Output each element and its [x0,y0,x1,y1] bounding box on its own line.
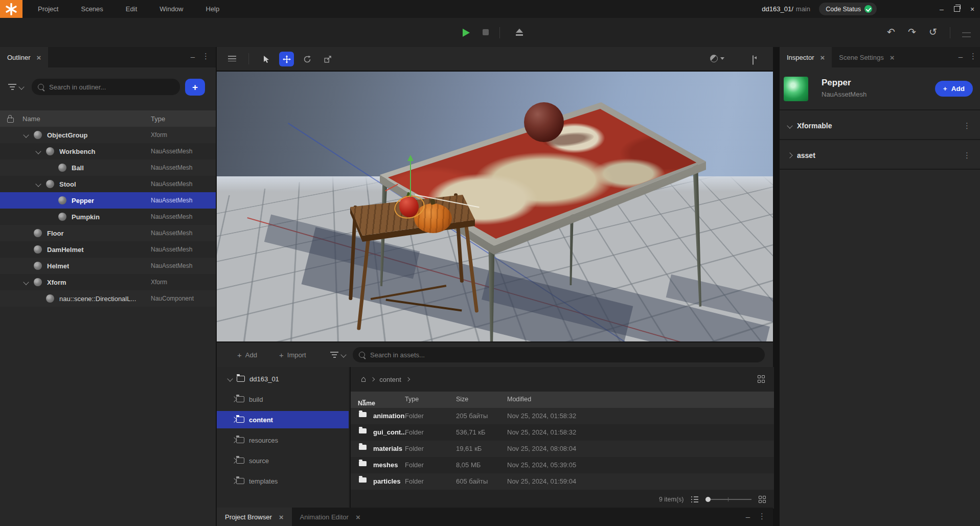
section-menu-button[interactable]: ⋮ [963,121,971,130]
slider-knob[interactable] [705,497,711,502]
panel-menu-button[interactable]: ⋮ [969,52,977,61]
tab-outliner[interactable]: Outliner × [0,47,48,67]
add-asset-button[interactable]: + Add [237,342,257,367]
ball-3d[interactable] [524,102,564,142]
grid-view-toggle[interactable] [758,375,765,383]
panel-minimize-button[interactable]: – [191,52,195,61]
close-icon[interactable]: × [820,53,825,62]
panel-menu-button[interactable]: ⋮ [758,512,766,521]
header-type[interactable]: Type [405,396,419,403]
select-tool-button[interactable] [259,52,274,66]
close-icon[interactable]: × [279,513,284,521]
outliner-filter-button[interactable] [8,84,24,90]
tree-row-floor[interactable]: Floor NauAssetMesh [0,225,216,241]
section-xformable[interactable]: Xformable ⋮ [780,113,980,138]
home-icon[interactable]: ⌂ [361,374,366,384]
table-row-animation[interactable]: animation Folder 205 байты Nov 25, 2024,… [351,408,774,424]
outliner-search-input[interactable] [48,83,180,92]
menu-edit[interactable]: Edit [126,5,137,13]
thumbnail-size-slider[interactable] [705,496,751,502]
move-tool-button[interactable] [279,52,294,66]
close-icon[interactable]: × [37,53,41,62]
status-check-icon [864,5,872,13]
viewport-menu-icon[interactable] [228,56,236,61]
tree-row-ball[interactable]: Ball NauAssetMesh [0,159,216,176]
chevron-down-icon[interactable] [227,376,233,381]
chevron-down-icon[interactable] [23,279,29,285]
tree-row-directionallight[interactable]: nau::scene::DirectionalL... NauComponent [0,290,216,307]
tree-row-damhelmet[interactable]: DamHelmet NauAssetMesh [0,241,216,258]
tab-scene-settings[interactable]: Scene Settings × [832,47,901,67]
stop-button[interactable] [483,29,489,35]
table-row-materials[interactable]: materials Folder 19,61 кБ Nov 25, 2024, … [351,441,774,457]
history-button[interactable]: ↺ [926,26,940,39]
tree-item-root[interactable]: dd163_01 [217,370,349,387]
eject-button[interactable] [515,28,523,36]
tree-row-helmet[interactable]: Helmet NauAssetMesh [0,258,216,274]
grid-view-icon[interactable] [759,496,766,504]
tree-row-stool[interactable]: Stool NauAssetMesh [0,176,216,192]
chevron-down-icon[interactable] [35,181,41,187]
panel-minimize-button[interactable]: – [959,52,963,61]
mesh-icon [58,164,66,172]
folder-icon [359,412,367,417]
add-component-button[interactable]: + Add [935,81,973,97]
viewport-canvas[interactable] [217,71,773,342]
panel-menu-button[interactable]: ⋮ [202,52,210,61]
tree-item-source[interactable]: source [217,452,349,469]
chevron-down-icon[interactable] [23,132,29,138]
close-icon[interactable]: × [356,513,360,521]
menu-help[interactable]: Help [206,5,220,13]
chevron-right-icon[interactable] [787,152,792,158]
breadcrumb-folder[interactable]: content [379,376,401,383]
header-size[interactable]: Size [456,396,468,403]
panel-minimize-button[interactable]: – [746,512,750,521]
tree-item-build[interactable]: build [217,391,349,408]
section-asset[interactable]: asset ⋮ [780,143,980,168]
add-object-button[interactable]: + [185,79,205,96]
minimize-button[interactable]: – [934,0,949,18]
view-mode-button[interactable] [710,55,724,62]
tree-row-workbench[interactable]: Workbench NauAssetMesh [0,143,216,159]
rotate-tool-button[interactable] [300,52,314,66]
menu-project[interactable]: Project [38,5,58,13]
outliner-search[interactable] [32,79,180,95]
tree-item-templates[interactable]: templates [217,472,349,490]
redo-button[interactable]: ↷ [905,26,919,39]
tab-inspector[interactable]: Inspector × [780,47,832,67]
gizmo-y-axis[interactable] [410,161,411,197]
scale-tool-button[interactable] [321,52,335,66]
tree-item-resources[interactable]: resources [217,431,349,449]
menu-window[interactable]: Window [159,5,183,13]
table-row-gui-content[interactable]: gui_cont... Folder 536,71 кБ Nov 25, 202… [351,424,774,441]
header-modified[interactable]: Modified [507,396,531,403]
play-button[interactable] [463,29,470,37]
menu-scenes[interactable]: Scenes [81,5,103,13]
assets-search-input[interactable] [369,351,765,359]
tree-row-xform[interactable]: Xform Xform [0,274,216,290]
app-logo-icon[interactable] [0,0,22,18]
chevron-down-icon[interactable] [35,148,41,154]
list-view-icon[interactable] [691,496,698,502]
table-row-meshes[interactable]: meshes Folder 8,05 МБ Nov 25, 2024, 05:3… [351,457,774,473]
tree-row-objectgroup[interactable]: ObjectGroup Xform [0,127,216,143]
section-menu-button[interactable]: ⋮ [963,151,971,160]
table-row-particles[interactable]: particles Folder 605 байты Nov 25, 2024,… [351,473,774,490]
tree-row-pumpkin[interactable]: Pumpkin NauAssetMesh [0,209,216,225]
chevron-down-icon[interactable] [787,123,792,128]
import-asset-button[interactable]: + Import [279,342,306,367]
lock-icon[interactable] [7,118,14,123]
close-icon[interactable]: × [890,53,895,62]
undo-button[interactable]: ↶ [884,26,898,39]
close-button[interactable]: × [965,0,980,18]
tree-item-content-selected[interactable]: content [217,411,349,428]
tab-animation-editor[interactable]: Animation Editor × [292,508,369,526]
restore-button[interactable] [949,0,965,18]
assets-filter-button[interactable] [330,352,346,358]
tab-project-browser[interactable]: Project Browser × [217,508,292,526]
code-status-badge[interactable]: Code Status [819,3,877,15]
settings-sliders-icon[interactable] [962,32,971,38]
tree-row-pepper-selected[interactable]: Pepper NauAssetMesh [0,192,216,209]
assets-search[interactable] [353,347,765,362]
camera-settings-button[interactable] [753,56,754,65]
